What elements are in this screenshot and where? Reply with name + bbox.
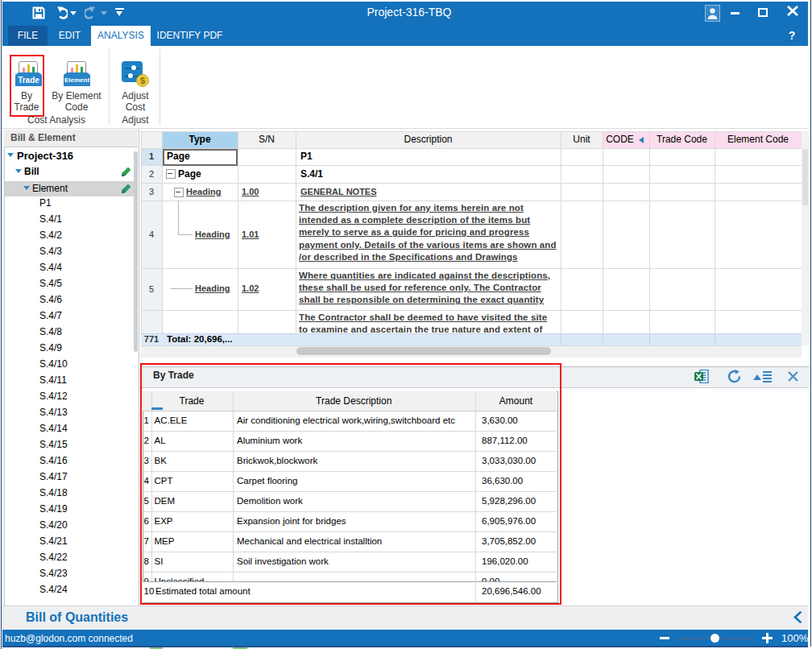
svg-text:Element: Element [64,76,89,84]
